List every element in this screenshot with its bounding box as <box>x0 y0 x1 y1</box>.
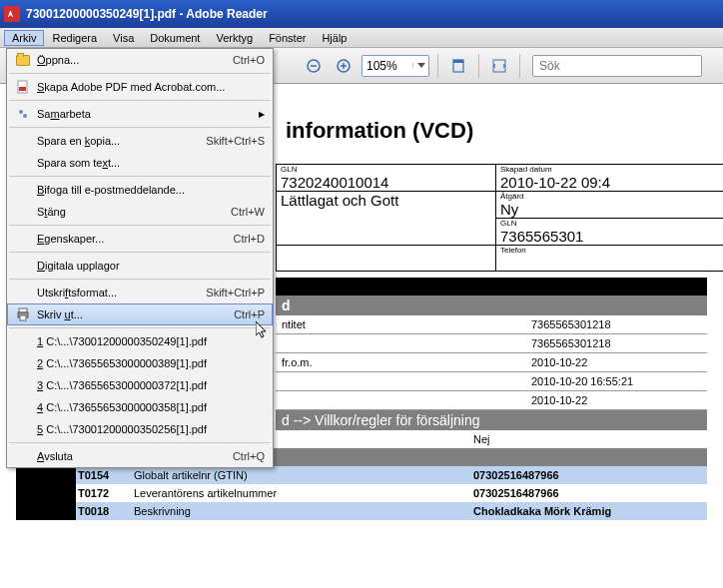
menu-arkiv[interactable]: Arkiv <box>4 30 44 46</box>
menu-fonster[interactable]: Fönster <box>261 30 314 46</box>
menu-visa[interactable]: Visa <box>105 30 142 46</box>
company-name: Lättlagat och Gott <box>281 192 398 209</box>
data-row: 2010-10-22 <box>276 391 707 410</box>
data-row: fr.o.m.2010-10-22 <box>276 353 707 372</box>
menu-collaborate[interactable]: Samarbeta <box>7 103 273 125</box>
menu-create-pdf[interactable]: Skapa Adobe PDF med Acrobat.com... <box>7 76 273 98</box>
zoom-field[interactable] <box>362 55 429 77</box>
svg-rect-10 <box>19 87 26 91</box>
menu-dokument[interactable]: Dokument <box>142 30 208 46</box>
menu-print-format[interactable]: Utskriftsformat... Skift+Ctrl+P <box>7 282 273 303</box>
zoom-dropdown-icon[interactable] <box>412 63 428 68</box>
menu-hjalp[interactable]: Hjälp <box>314 30 355 46</box>
collaborate-icon <box>16 107 30 121</box>
menu-recent-4[interactable]: 4 C:\...\73655653000000358[1].pdf <box>7 396 273 418</box>
fit-page-button[interactable] <box>446 54 470 78</box>
zoom-in-button[interactable] <box>332 54 356 78</box>
header-table: GLN7320240010014 Skapad datum2010-10-22 … <box>276 164 723 272</box>
section-header-2: d --> Villkor/regler för försäljning <box>276 410 707 430</box>
data-row: ntitet7365565301218 <box>276 315 707 334</box>
menu-verktyg[interactable]: Verktyg <box>208 30 261 46</box>
zoom-out-button[interactable] <box>302 54 326 78</box>
fit-width-button[interactable] <box>487 54 511 78</box>
svg-rect-13 <box>19 308 27 312</box>
menu-save-copy[interactable]: Spara en kopia... Skift+Ctrl+S <box>7 130 273 152</box>
data-row: 7365565301218 <box>276 334 707 353</box>
folder-icon <box>16 55 30 66</box>
data-row: 2010-10-20 16:55:21 <box>276 372 707 391</box>
table-row: T0172Leverantörens artikelnummer07302516… <box>16 484 707 502</box>
menu-redigera[interactable]: Redigera <box>44 30 105 46</box>
menu-digital-editions[interactable]: Digitala upplagor <box>7 255 273 277</box>
menu-recent-2[interactable]: 2 C:\...\73655653000000389[1].pdf <box>7 352 273 374</box>
arkiv-dropdown: Öppna... Ctrl+O Skapa Adobe PDF med Acro… <box>6 48 274 468</box>
search-box[interactable] <box>532 55 702 77</box>
menu-properties[interactable]: Egenskaper... Ctrl+D <box>7 228 273 250</box>
menu-open[interactable]: Öppna... Ctrl+O <box>7 49 273 71</box>
menu-exit[interactable]: Avsluta Ctrl+Q <box>7 445 273 467</box>
adobe-reader-icon <box>4 6 20 22</box>
page-title: information (VCD) <box>286 118 707 144</box>
table-row: T0154Globalt artikelnr (GTIN)07302516487… <box>16 466 707 484</box>
svg-point-12 <box>23 114 27 118</box>
svg-rect-7 <box>453 60 463 63</box>
menu-close[interactable]: Stäng Ctrl+W <box>7 201 273 223</box>
pdf-icon <box>16 80 30 94</box>
svg-rect-15 <box>20 315 26 320</box>
menu-save-text[interactable]: Spara som text... <box>7 152 273 174</box>
menu-print[interactable]: Skriv ut... Ctrl+P <box>7 303 273 325</box>
zoom-input[interactable] <box>362 57 412 75</box>
table-row: T0018BeskrivningChokladkaka Mörk Krämig <box>16 502 707 520</box>
menu-recent-1[interactable]: 1 C:\...\73001200000350249[1].pdf <box>7 330 273 352</box>
section-header: d <box>276 295 707 315</box>
title-bar: 73001200000350249[1].pdf - Adobe Reader <box>0 0 723 28</box>
menu-attach-email[interactable]: Bifoga till e-postmeddelande... <box>7 179 273 201</box>
print-icon <box>11 307 35 321</box>
search-input[interactable] <box>533 57 701 75</box>
window-title: 73001200000350249[1].pdf - Adobe Reader <box>26 7 268 21</box>
svg-point-11 <box>19 110 23 114</box>
menu-bar: Arkiv Redigera Visa Dokument Verktyg Fön… <box>0 28 723 48</box>
menu-recent-3[interactable]: 3 C:\...\73655653000000372[1].pdf <box>7 374 273 396</box>
menu-recent-5[interactable]: 5 C:\...\73001200000350256[1].pdf <box>7 418 273 440</box>
